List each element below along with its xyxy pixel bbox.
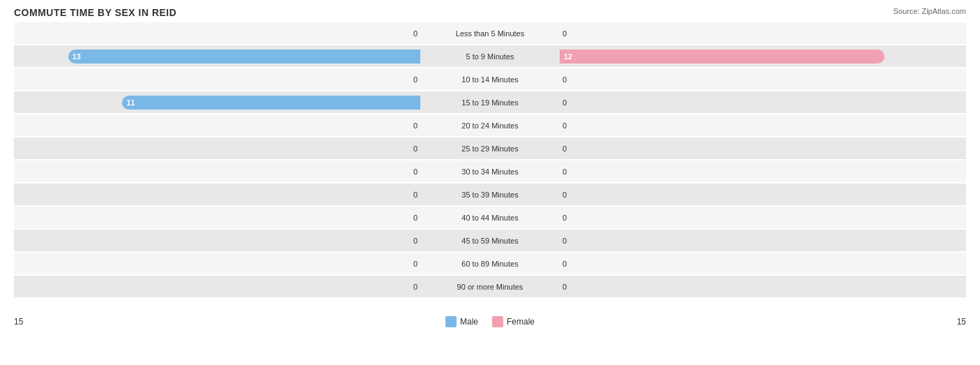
female-zero-value: 0: [562, 283, 567, 291]
legend-female-box: [492, 316, 503, 327]
row-label: 35 to 39 Minutes: [420, 191, 560, 199]
row-label: Less than 5 Minutes: [420, 29, 560, 38]
legend-female-label: Female: [507, 317, 535, 327]
left-section: 0: [14, 276, 420, 297]
bar-row: 010 to 14 Minutes0: [14, 68, 966, 90]
right-section: 0: [560, 137, 966, 159]
bar-row: 020 to 24 Minutes0: [14, 114, 966, 136]
legend-male-box: [445, 316, 457, 327]
right-section: 0: [560, 22, 966, 44]
right-section: 0: [560, 91, 966, 113]
bar-row: 090 or more Minutes0: [14, 276, 966, 297]
left-section: 0: [14, 253, 420, 274]
left-section: 0: [14, 207, 420, 228]
right-section: 0: [560, 184, 966, 205]
bar-row: 0Less than 5 Minutes0: [14, 22, 966, 44]
row-label: 40 to 44 Minutes: [420, 214, 560, 222]
male-zero-value: 0: [413, 144, 418, 153]
left-section: 0: [14, 184, 420, 205]
bar-row: 035 to 39 Minutes0: [14, 184, 966, 205]
row-label: 10 to 14 Minutes: [420, 75, 560, 84]
right-section: 0: [560, 276, 966, 297]
female-zero-value: 0: [562, 144, 567, 153]
legend-female: Female: [492, 316, 535, 327]
male-zero-value: 0: [413, 214, 418, 222]
legend-male-label: Male: [460, 317, 478, 327]
left-section: 0: [14, 161, 420, 182]
female-bar: 12: [560, 50, 885, 64]
right-section: 0: [560, 161, 966, 182]
row-label: 45 to 59 Minutes: [420, 237, 560, 245]
chart-container: COMMUTE TIME BY SEX IN REID Source: ZipA…: [0, 0, 980, 365]
left-section: 0: [14, 230, 420, 251]
chart-footer: 15 Male Female 15: [14, 316, 966, 327]
right-section: 0: [560, 230, 966, 251]
male-zero-value: 0: [413, 167, 418, 176]
right-section: 0: [560, 68, 966, 90]
male-zero-value: 0: [413, 283, 418, 291]
male-zero-value: 0: [413, 260, 418, 268]
legend: Male Female: [445, 316, 535, 327]
right-section: 0: [560, 207, 966, 228]
row-label: 15 to 19 Minutes: [420, 98, 560, 107]
bar-row: 135 to 9 Minutes12: [14, 45, 966, 67]
bar-row: 060 to 89 Minutes0: [14, 253, 966, 274]
row-label: 60 to 89 Minutes: [420, 260, 560, 268]
row-label: 90 or more Minutes: [420, 283, 560, 291]
male-bar: 11: [122, 96, 420, 110]
male-zero-value: 0: [413, 121, 418, 130]
left-section: 0: [14, 114, 420, 136]
male-bar-value: 13: [68, 52, 85, 61]
female-zero-value: 0: [562, 121, 567, 130]
row-label: 25 to 29 Minutes: [420, 144, 560, 153]
bar-row: 025 to 29 Minutes0: [14, 137, 966, 159]
source-text: Source: ZipAtlas.com: [893, 7, 966, 15]
legend-male: Male: [445, 316, 478, 327]
row-label: 20 to 24 Minutes: [420, 121, 560, 130]
female-zero-value: 0: [562, 214, 567, 222]
bar-row: 040 to 44 Minutes0: [14, 207, 966, 228]
bar-row: 030 to 34 Minutes0: [14, 161, 966, 182]
bar-row: 045 to 59 Minutes0: [14, 230, 966, 251]
female-zero-value: 0: [562, 191, 567, 199]
female-zero-value: 0: [562, 237, 567, 245]
right-section: 0: [560, 114, 966, 136]
chart-title: COMMUTE TIME BY SEX IN REID: [14, 7, 966, 18]
left-section: 0: [14, 22, 420, 44]
left-section: 0: [14, 68, 420, 90]
female-zero-value: 0: [562, 260, 567, 268]
right-section: 0: [560, 253, 966, 274]
female-zero-value: 0: [562, 75, 567, 84]
male-bar: 13: [68, 50, 420, 64]
row-label: 30 to 34 Minutes: [420, 167, 560, 176]
row-label: 5 to 9 Minutes: [420, 52, 560, 61]
male-zero-value: 0: [413, 29, 418, 38]
axis-right-label: 15: [957, 317, 966, 327]
male-zero-value: 0: [413, 237, 418, 245]
female-bar-value: 12: [560, 52, 576, 61]
female-zero-value: 0: [562, 29, 567, 38]
female-zero-value: 0: [562, 98, 567, 107]
chart-area: 0Less than 5 Minutes0135 to 9 Minutes120…: [14, 22, 966, 312]
right-section: 12: [560, 45, 966, 67]
bar-row: 1115 to 19 Minutes0: [14, 91, 966, 113]
left-section: 11: [14, 91, 420, 113]
male-bar-value: 11: [122, 98, 139, 107]
male-zero-value: 0: [413, 75, 418, 84]
female-zero-value: 0: [562, 167, 567, 176]
male-zero-value: 0: [413, 191, 418, 199]
axis-left-label: 15: [14, 317, 23, 327]
left-section: 0: [14, 137, 420, 159]
left-section: 13: [14, 45, 420, 67]
